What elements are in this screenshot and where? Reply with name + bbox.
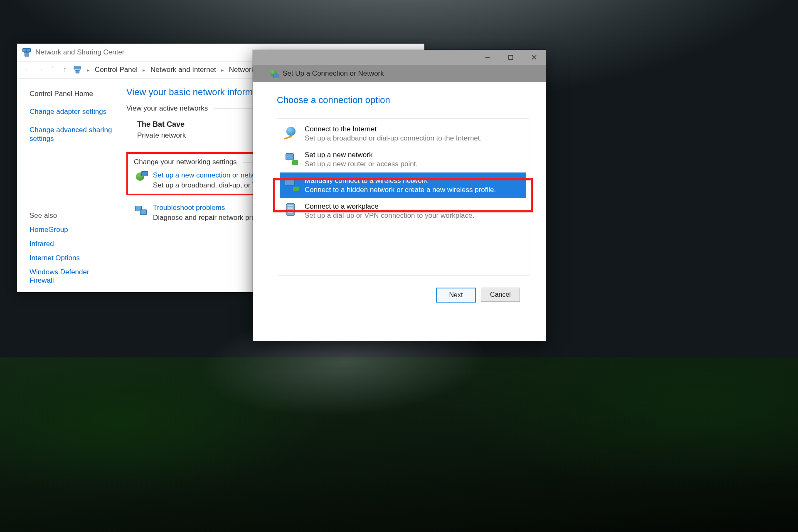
option-new-network[interactable]: Set up a new network Set up a new router… bbox=[280, 147, 526, 172]
nav-back-button[interactable]: ← bbox=[23, 66, 32, 74]
breadcrumb-network-internet[interactable]: Network and Internet bbox=[150, 66, 216, 74]
wizard-header: Set Up a Connection or Network bbox=[253, 65, 546, 82]
section-change-settings-label: Change your networking settings bbox=[134, 158, 237, 166]
link-infrared[interactable]: Infrared bbox=[30, 240, 115, 248]
window-setup-connection-wizard: Set Up a Connection or Network Choose a … bbox=[253, 50, 546, 341]
next-button[interactable]: Next bbox=[436, 288, 476, 303]
nav-forward-button[interactable]: → bbox=[35, 66, 44, 74]
nav-up-button[interactable]: ↑ bbox=[60, 66, 69, 74]
wizard-heading: Choose a connection option bbox=[277, 95, 529, 106]
option-desc: Connect to a hidden network or create a … bbox=[305, 186, 496, 194]
nav-recent-button[interactable]: ˅ bbox=[48, 66, 57, 74]
network-center-icon bbox=[22, 48, 31, 57]
minimize-button[interactable] bbox=[476, 50, 499, 65]
cancel-button[interactable]: Cancel bbox=[481, 288, 520, 302]
setup-connection-icon bbox=[134, 171, 148, 184]
wizard-body: Choose a connection option Connect to th… bbox=[253, 82, 546, 303]
option-title: Manually connect to a wireless network bbox=[305, 177, 496, 185]
breadcrumb-sep: ▸ bbox=[143, 67, 145, 73]
window-title: Network and Sharing Center bbox=[35, 48, 125, 57]
wizard-icon bbox=[269, 69, 278, 78]
wizard-title: Set Up a Connection or Network bbox=[283, 69, 384, 78]
option-title: Set up a new network bbox=[305, 151, 418, 159]
option-title: Connect to the Internet bbox=[305, 125, 482, 133]
connection-option-list: Connect to the Internet Set up a broadba… bbox=[277, 118, 529, 276]
wireless-icon bbox=[283, 177, 300, 192]
building-icon bbox=[283, 202, 300, 217]
breadcrumb-sep: ▸ bbox=[221, 67, 224, 73]
close-button[interactable] bbox=[522, 50, 546, 65]
option-desc: Set up a dial-up or VPN connection to yo… bbox=[305, 212, 474, 220]
option-desc: Set up a broadband or dial-up connection… bbox=[305, 134, 482, 143]
section-label-text: View your active networks bbox=[126, 104, 208, 113]
globe-icon bbox=[283, 125, 300, 140]
link-internet-options[interactable]: Internet Options bbox=[30, 254, 115, 262]
troubleshoot-icon bbox=[134, 204, 148, 216]
breadcrumb-sep: ▸ bbox=[87, 67, 90, 73]
maximize-button[interactable] bbox=[499, 50, 522, 65]
option-desc: Set up a new router or access point. bbox=[305, 160, 418, 168]
link-windows-defender-firewall[interactable]: Windows Defender Firewall bbox=[30, 268, 115, 285]
link-control-panel-home[interactable]: Control Panel Home bbox=[30, 89, 115, 98]
wizard-button-row: Next Cancel bbox=[277, 276, 529, 303]
option-connect-workplace[interactable]: Connect to a workplace Set up a dial-up … bbox=[280, 198, 526, 224]
svg-rect-1 bbox=[509, 55, 513, 59]
link-change-adapter[interactable]: Change adapter settings bbox=[30, 107, 115, 116]
option-manual-wireless[interactable]: Manually connect to a wireless network C… bbox=[280, 172, 526, 198]
router-icon bbox=[283, 151, 300, 166]
link-change-advanced-sharing[interactable]: Change advanced sharing settings bbox=[30, 126, 115, 143]
path-icon bbox=[74, 66, 81, 74]
left-panel: Control Panel Home Change adapter settin… bbox=[17, 86, 123, 293]
breadcrumb-control-panel[interactable]: Control Panel bbox=[95, 66, 138, 74]
see-also-heading: See also bbox=[30, 212, 115, 220]
option-connect-internet[interactable]: Connect to the Internet Set up a broadba… bbox=[280, 121, 526, 147]
option-title: Connect to a workplace bbox=[305, 202, 474, 211]
wizard-titlebar[interactable] bbox=[253, 50, 546, 65]
link-homegroup[interactable]: HomeGroup bbox=[30, 226, 115, 234]
